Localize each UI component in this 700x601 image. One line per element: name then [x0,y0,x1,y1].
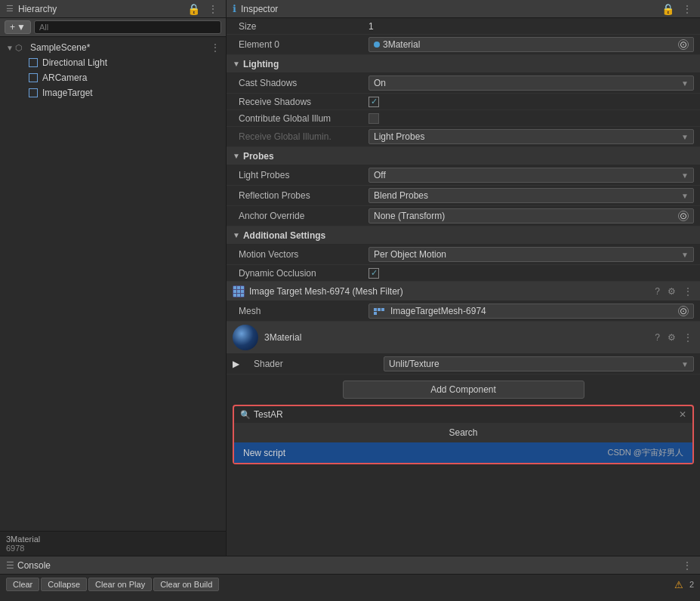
element0-label: Element 0 [233,39,369,50]
console-clear-on-build-btn[interactable]: Clear on Build [153,578,219,591]
element0-target-btn[interactable]: ⊙ [678,39,689,50]
console-header: ☰ Console ⋮ [0,556,700,575]
shader-expand-arrow[interactable]: ▶ [233,359,248,369]
shader-dropdown[interactable]: Unlit/Texture ▼ [384,356,694,371]
hierarchy-tree: ▼ ⬡ SampleScene* ⋮ Directional Light [0,37,226,531]
inspector-more-btn[interactable]: ⋮ [680,3,694,15]
grid-icon [233,286,244,297]
probes-title: Probes [243,151,274,162]
shader-label: Shader [248,359,384,369]
console-clear-on-play-btn[interactable]: Clear on Play [88,578,152,591]
inspector-info-icon: ℹ [233,3,236,14]
prop-row-dynamic-occlusion: Dynamic Occlusion ✓ [227,265,700,282]
warning-icon: ⚠ [674,579,683,590]
additional-section-header[interactable]: ▼ Additional Settings [227,227,700,245]
prop-row-contribute-gi: Contribute Global Illum [227,110,700,127]
receive-gi-value: Light Probes [374,131,424,142]
mesh-filter-settings-btn[interactable]: ⚙ [666,286,677,297]
receive-gi-arrow: ▼ [681,133,689,141]
component-search-input[interactable] [254,409,676,420]
scene-more-btn[interactable]: ⋮ [211,42,220,53]
mesh-filter-more-btn[interactable]: ⋮ [682,286,694,297]
prop-row-mesh: Mesh ImageTargetMesh-6974 ⊙ [227,301,700,322]
inspector-scroll-area[interactable]: Size 1 Element 0 3Material ⊙ [227,18,700,556]
new-script-label: New script [243,448,285,458]
receive-gi-label: Receive Global Illumin. [233,131,369,142]
prop-row-shader: ▶ Shader Unlit/Texture ▼ [227,354,700,374]
arcamera-icon [27,72,39,84]
plus-icon: + [10,22,15,32]
material-more-btn[interactable]: ⋮ [682,332,694,343]
search-result-row[interactable]: Search [234,423,692,442]
motion-vectors-dropdown[interactable]: Per Object Motion ▼ [369,247,694,262]
anchor-override-field[interactable]: None (Transform) ⊙ [369,208,694,223]
contribute-gi-checkbox[interactable] [369,113,379,124]
reflection-probes-dropdown[interactable]: Blend Probes ▼ [369,188,694,203]
hierarchy-search-input[interactable] [34,20,221,34]
mesh-field[interactable]: ImageTargetMesh-6974 ⊙ [369,304,694,319]
inspector-lock-btn[interactable]: 🔒 [660,3,676,15]
size-label: Size [233,21,369,32]
element0-dot [374,42,380,48]
console-more-btn[interactable]: ⋮ [680,559,694,572]
panels-row: ☰ Hierarchy 🔒 ⋮ + ▼ ▼ ⬡ [0,0,700,556]
console-title: Console [17,560,51,571]
cast-shadows-label: Cast Shadows [233,78,369,88]
dynamic-occlusion-label: Dynamic Occlusion [233,268,369,279]
receive-shadows-label: Receive Shadows [233,97,369,107]
element0-field[interactable]: 3Material ⊙ [369,37,694,52]
hierarchy-panel: ☰ Hierarchy 🔒 ⋮ + ▼ ▼ ⬡ [0,0,227,556]
inspector-panel: ℹ Inspector 🔒 ⋮ Size 1 Element 0 [227,0,700,556]
tree-item-imagetarget[interactable]: ImageTarget [0,85,226,100]
dynamic-occlusion-checkbox[interactable]: ✓ [369,268,379,279]
hierarchy-lock-btn[interactable]: 🔒 [186,3,202,15]
anchor-override-target-btn[interactable]: ⊙ [678,211,689,221]
receive-shadows-checkbox[interactable]: ✓ [369,97,379,107]
prop-row-anchor-override: Anchor Override None (Transform) ⊙ [227,206,700,227]
new-script-row[interactable]: New script CSDN @宇宙好男人 [234,442,692,463]
receive-gi-dropdown[interactable]: Light Probes ▼ [369,129,694,144]
hierarchy-header: ☰ Hierarchy 🔒 ⋮ [0,0,226,18]
shader-value: Unlit/Texture [389,359,439,369]
mesh-filter-help-btn[interactable]: ? [653,286,661,297]
search-clear-btn[interactable]: ✕ [679,409,686,420]
mesh-target-btn[interactable]: ⊙ [678,306,689,316]
material-header: 3Material ? ⚙ ⋮ [227,322,700,354]
mesh-filter-icon [233,285,245,297]
material-thumbnail [233,325,258,350]
cast-shadows-value: On [374,78,386,88]
console-clear-btn[interactable]: Clear [6,578,39,591]
cast-shadows-dropdown[interactable]: On ▼ [369,76,694,91]
arcamera-label: ARCamera [42,72,87,83]
material-title: 3Material [264,332,647,343]
hierarchy-bottom-material: 3Material 6978 [0,531,226,556]
scene-cube-icon: ⬡ [15,43,27,53]
prop-row-element0: Element 0 3Material ⊙ [227,35,700,55]
anchor-override-value: None (Transform) [374,211,445,221]
add-component-btn[interactable]: Add Component [343,381,584,399]
mesh-filter-header: Image Target Mesh-6974 (Mesh Filter) ? ⚙… [227,282,700,301]
search-input-row: 🔍 ✕ [234,406,692,423]
prop-row-motion-vectors: Motion Vectors Per Object Motion ▼ [227,245,700,265]
console-panel: ☰ Console ⋮ Clear Collapse Clear on Play… [0,556,700,601]
tree-item-arcamera[interactable]: ARCamera [0,70,226,85]
console-collapse-btn[interactable]: Collapse [41,578,87,591]
reflection-probes-arrow: ▼ [681,192,689,200]
material-help-btn[interactable]: ? [653,332,661,343]
prop-row-cast-shadows: Cast Shadows On ▼ [227,73,700,94]
motion-vectors-label: Motion Vectors [233,249,369,260]
light-probes-dropdown[interactable]: Off ▼ [369,168,694,183]
hierarchy-add-btn[interactable]: + ▼ [5,20,31,34]
probes-section-header[interactable]: ▼ Probes [227,147,700,165]
hierarchy-more-btn[interactable]: ⋮ [206,3,220,15]
hierarchy-toolbar: + ▼ [0,18,226,37]
tree-item-directional-light[interactable]: Directional Light [0,55,226,70]
warning-count: 2 [689,580,694,589]
material-settings-btn[interactable]: ⚙ [666,332,677,343]
tree-item-scene[interactable]: ▼ ⬡ SampleScene* ⋮ [0,40,226,55]
scene-label: SampleScene* [30,42,90,53]
directional-light-label: Directional Light [42,57,107,68]
hierarchy-material-label: 3Material [6,535,220,544]
mesh-value: ImageTargetMesh-6974 [390,306,486,316]
lighting-section-header[interactable]: ▼ Lighting [227,55,700,73]
